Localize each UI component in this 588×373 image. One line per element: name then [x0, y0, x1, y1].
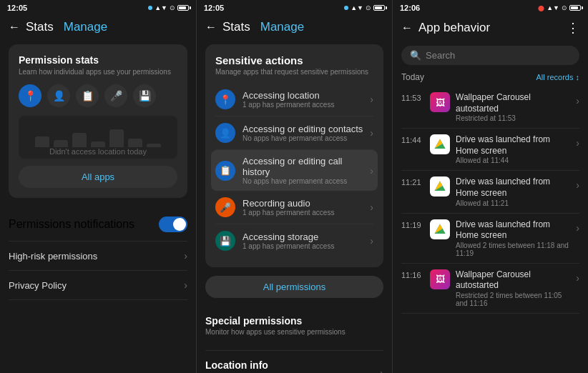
location-info-section[interactable]: Location info Manage access to your loca…	[205, 351, 383, 373]
behavior-text-4: Wallpaper Carousel autostarted Restricte…	[456, 269, 570, 307]
behavior-time-1: 11:44	[401, 134, 424, 144]
perm-row-location[interactable]: 📍 Accessing location 1 app has permanent…	[215, 83, 373, 116]
chevron-item-0: ›	[576, 92, 579, 106]
app-icon-wallpaper-0: 🖼	[430, 92, 450, 112]
panel-2-content: Sensitive actions Manage apps that reque…	[197, 39, 392, 373]
chevron-audio: ›	[370, 202, 373, 213]
back-button-3[interactable]: ←	[401, 21, 413, 34]
high-risk-permissions-item[interactable]: High-risk permissions ›	[9, 242, 187, 271]
behavior-text-1: Drive was launched from Home screen Allo…	[456, 134, 570, 164]
perm-row-call-history[interactable]: 📋 Accessing or editing call history No a…	[211, 150, 378, 191]
permissions-notifications-item[interactable]: Permissions notifications	[9, 208, 187, 242]
contacts-perm-text: Accessing or editing contacts No apps ha…	[242, 124, 370, 142]
bar-5	[109, 129, 124, 147]
wifi-icon-2: ⊙	[366, 4, 371, 11]
signal-icon: ▲▼	[155, 4, 167, 11]
battery-icon-3	[569, 5, 581, 11]
nav-manage-2[interactable]: Manage	[260, 20, 304, 34]
storage-perm-text: Accessing storage 1 app has permanent ac…	[242, 232, 370, 250]
nav-manage-1[interactable]: Manage	[64, 20, 107, 34]
nav-title-3: App behavior	[418, 21, 490, 35]
signal-icon-3: ▲▼	[547, 4, 559, 11]
panel-3-content: 🔍 Search Today All records ↕ 11:53 🖼 Wal…	[393, 40, 588, 373]
chevron-location-info: ›	[380, 367, 383, 374]
contacts-icon[interactable]: 👤	[47, 84, 70, 107]
all-permissions-button[interactable]: All permissions	[205, 276, 383, 298]
back-button-1[interactable]: ←	[9, 21, 20, 34]
notification-dot-2	[344, 6, 348, 10]
bar-3	[72, 133, 87, 147]
call-history-perm-text: Accessing or editing call history No app…	[242, 156, 370, 185]
behavior-title-1: Drive was launched from Home screen	[456, 134, 570, 156]
bar-6	[128, 139, 142, 147]
behavior-item-0[interactable]: 11:53 🖼 Wallpaper Carousel autostarted R…	[401, 86, 579, 129]
status-time-2: 12:05	[204, 4, 224, 12]
behavior-item-3[interactable]: 11:19 Drive was launched from Home scree…	[401, 214, 579, 264]
behavior-text-2: Drive was launched from Home screen Allo…	[456, 176, 570, 207]
search-input[interactable]: Search	[426, 50, 455, 61]
section-item-left: Permissions notifications	[9, 218, 134, 231]
contacts-perm-title: Accessing or editing contacts	[242, 124, 370, 134]
status-bar-1: 12:05 ▲▼ ⊙	[0, 0, 196, 16]
privacy-policy-label: Privacy Policy	[9, 280, 67, 291]
chevron-icon-2: ›	[184, 279, 187, 291]
bar-1	[35, 136, 49, 147]
behavior-item-2[interactable]: 11:21 Drive was launched from Home scree…	[401, 171, 579, 213]
app-icon-drive-3	[430, 219, 450, 239]
back-button-2[interactable]: ←	[205, 21, 217, 34]
wifi-icon: ⊙	[170, 4, 175, 11]
special-section-title: Special permissions	[205, 315, 346, 327]
chevron-storage: ›	[370, 235, 373, 247]
chart-bars	[28, 119, 168, 147]
chevron-call-history: ›	[370, 165, 373, 176]
location-icon[interactable]: 📍	[19, 84, 41, 107]
toggle-knob	[173, 218, 186, 231]
privacy-policy-item[interactable]: Privacy Policy ›	[9, 271, 187, 300]
all-apps-button[interactable]: All apps	[19, 166, 177, 188]
permission-icon-row: 📍 👤 📋 🎤 💾	[19, 84, 177, 107]
perm-row-contacts[interactable]: 👤 Accessing or editing contacts No apps …	[215, 116, 373, 150]
contacts-perm-icon: 👤	[215, 123, 235, 143]
audio-perm-desc: 1 app has permanent access	[242, 209, 370, 217]
app-icon-wallpaper-4: 🖼	[430, 269, 450, 289]
location-info-title: Location info	[205, 359, 306, 371]
today-row: Today All records ↕	[401, 72, 579, 82]
contacts-perm-desc: No apps have permanent access	[242, 134, 370, 142]
battery-icon	[177, 5, 189, 11]
wifi-icon-3: ⊙	[562, 4, 567, 11]
panel-2: 12:05 ▲▼ ⊙ ← Stats Manage Sensitive acti…	[196, 0, 392, 373]
special-permissions-section[interactable]: Special permissions Monitor how apps use…	[205, 307, 383, 351]
mic-icon[interactable]: 🎤	[104, 84, 127, 107]
storage-icon[interactable]: 💾	[133, 84, 156, 107]
more-options-button[interactable]: ⋮	[567, 20, 579, 36]
chevron-location: ›	[370, 94, 373, 105]
files-icon[interactable]: 📋	[76, 84, 99, 107]
status-icons-1: ▲▼ ⊙	[148, 4, 189, 11]
behavior-time-0: 11:53	[401, 92, 424, 102]
top-nav-2: ← Stats Manage	[197, 16, 392, 39]
chart-area: Didn't access location today	[19, 116, 177, 159]
behavior-desc-2: Allowed at 11:21	[456, 199, 570, 207]
chevron-item-1: ›	[576, 134, 579, 149]
behavior-item-1[interactable]: 11:44 Drive was launched from Home scree…	[401, 129, 579, 171]
status-icons-2: ▲▼ ⊙	[344, 4, 385, 11]
behavior-time-2: 11:21	[401, 176, 424, 186]
behavior-desc-1: Allowed at 11:44	[456, 156, 570, 164]
app-icon-drive-2	[430, 176, 450, 197]
location-info-text: Location info Manage access to your loca…	[205, 359, 306, 373]
behavior-item-4[interactable]: 11:16 🖼 Wallpaper Carousel autostarted R…	[401, 264, 579, 314]
perm-row-audio[interactable]: 🎤 Recording audio 1 app has permanent ac…	[215, 191, 373, 224]
special-section-desc: Monitor how apps use sensitive permissio…	[205, 328, 346, 336]
sensitive-title: Sensitive actions	[215, 54, 373, 66]
perm-row-storage[interactable]: 💾 Accessing storage 1 app has permanent …	[215, 224, 373, 257]
bar-2	[54, 140, 68, 147]
status-bar-2: 12:05 ▲▼ ⊙	[197, 0, 392, 16]
bar-7	[147, 144, 161, 147]
behavior-text-3: Drive was launched from Home screen Allo…	[456, 219, 570, 257]
behavior-list: 11:53 🖼 Wallpaper Carousel autostarted R…	[401, 86, 579, 314]
behavior-text-0: Wallpaper Carousel autostarted Restricte…	[456, 92, 570, 122]
all-records-button[interactable]: All records ↕	[536, 73, 579, 81]
toggle-switch[interactable]	[159, 217, 187, 232]
search-bar[interactable]: 🔍 Search	[401, 46, 579, 65]
stats-card-title: Permission stats	[19, 54, 177, 66]
